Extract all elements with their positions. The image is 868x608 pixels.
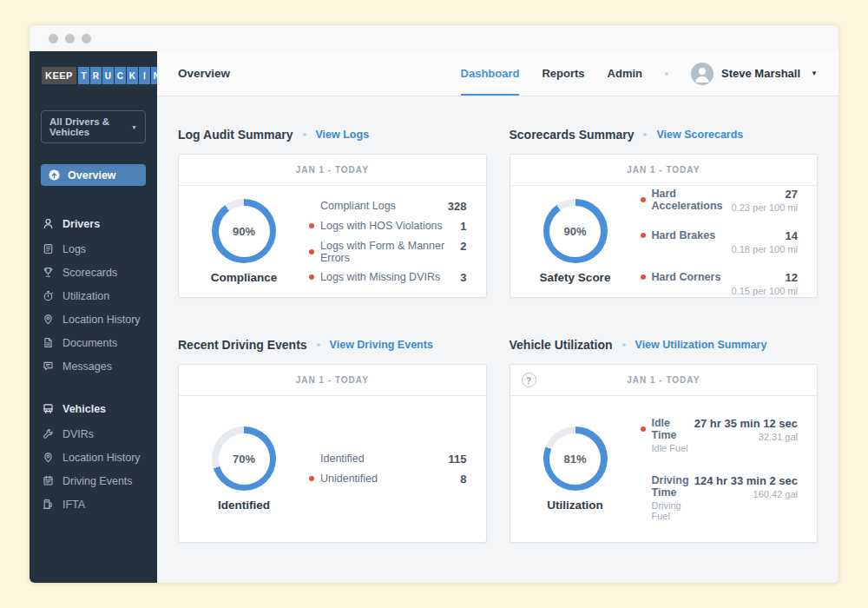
compliance-donut-chart: 90% bbox=[212, 199, 276, 263]
stat-value: 3 bbox=[460, 271, 466, 284]
stat-row: Idle Time Idle Fuel 27 hr 35 min 12 sec3… bbox=[641, 417, 799, 453]
window-control-dot[interactable] bbox=[82, 34, 91, 43]
sidebar-item-label: Scorecards bbox=[62, 267, 117, 279]
section-title: Vehicle Utilization bbox=[510, 338, 613, 352]
stat-value: 124 hr 33 min 2 sec bbox=[694, 474, 798, 487]
donut-label: Compliance bbox=[211, 271, 278, 284]
stat-value: 27 hr 35 min 12 sec bbox=[694, 417, 798, 430]
sidebar-item-utilization[interactable]: Utilization bbox=[30, 284, 157, 307]
sidebar-item-messages[interactable]: Messages bbox=[30, 354, 157, 378]
period-label: JAN 1 - TODAY bbox=[296, 375, 369, 385]
donut-percent: 81% bbox=[549, 433, 601, 485]
sidebar-item-vehicles[interactable]: Vehicles bbox=[30, 402, 157, 415]
donut-label: Safety Score bbox=[540, 271, 611, 284]
card-period-header: JAN 1 - TODAY bbox=[510, 155, 818, 186]
donut-percent: 90% bbox=[549, 206, 601, 257]
gauge-icon bbox=[48, 169, 61, 182]
stat-sub-value: 0.18 per 100 mi bbox=[732, 244, 798, 254]
identified-donut-chart: 70% bbox=[212, 426, 276, 491]
sidebar-item-label: Utilization bbox=[62, 290, 109, 302]
nav-separator-dot bbox=[665, 72, 668, 76]
stat-row: Hard Corners 120.15 per 100 mi bbox=[641, 271, 799, 296]
bullet-icon bbox=[641, 426, 646, 432]
fuel-pump-icon bbox=[42, 498, 55, 511]
sidebar-item-documents[interactable]: Documents bbox=[30, 331, 157, 354]
document-icon bbox=[42, 336, 55, 349]
stat-label: Idle Time bbox=[652, 417, 694, 441]
logo-keep-block: KEEP bbox=[42, 67, 76, 84]
sidebar-item-label: IFTA bbox=[62, 499, 85, 511]
sidebar-item-label: Location History bbox=[62, 452, 141, 464]
tab-dashboard[interactable]: Dashboard bbox=[461, 51, 520, 96]
sidebar-item-logs[interactable]: Logs bbox=[30, 237, 157, 261]
sidebar-item-label: Drivers bbox=[62, 218, 100, 230]
bullet-icon bbox=[309, 274, 314, 280]
stat-label: Logs with Missing DVIRs bbox=[320, 271, 440, 283]
stat-label: Logs with Form & Manner Errors bbox=[320, 240, 460, 264]
safety-score-donut-chart: 90% bbox=[543, 199, 608, 263]
stat-label: Hard Corners bbox=[652, 271, 721, 283]
log-audit-summary-section: Log Audit Summary View Logs JAN 1 - TODA… bbox=[178, 114, 487, 298]
donut-percent: 70% bbox=[219, 433, 270, 485]
stat-sub-value: 0.15 per 100 mi bbox=[732, 286, 798, 296]
card-period-header: ? JAN 1 - TODAY bbox=[510, 365, 818, 396]
view-logs-link[interactable]: View Logs bbox=[316, 129, 370, 141]
period-label: JAN 1 - TODAY bbox=[296, 165, 369, 175]
sidebar-item-dvirs[interactable]: DVIRs bbox=[30, 422, 157, 446]
dashboard-content: Log Audit Summary View Logs JAN 1 - TODA… bbox=[157, 96, 838, 543]
stat-row: Hard Accelerations 270.23 per 100 mi bbox=[641, 188, 799, 213]
scorecards-card: JAN 1 - TODAY 90% Safety Score bbox=[510, 154, 819, 298]
stat-row: Hard Brakes 140.18 per 100 mi bbox=[641, 229, 799, 254]
view-utilization-summary-link[interactable]: View Utilization Summary bbox=[635, 339, 767, 351]
sidebar-item-label: Vehicles bbox=[62, 403, 106, 415]
window-control-dot[interactable] bbox=[49, 34, 58, 43]
stat-label: Identified bbox=[320, 453, 365, 465]
donut-label: Utilization bbox=[547, 499, 603, 512]
user-menu[interactable]: Steve Marshall ▼ bbox=[691, 63, 818, 85]
sidebar-item-overview[interactable]: Overview bbox=[41, 164, 146, 186]
utilization-card: ? JAN 1 - TODAY 81% Utilization bbox=[510, 364, 819, 543]
section-title: Log Audit Summary bbox=[178, 128, 293, 142]
keeptruckin-logo: KEEP T R U C K I N bbox=[42, 67, 147, 84]
app-window: KEEP T R U C K I N All Drivers & Vehicle… bbox=[29, 24, 839, 584]
stat-sub-value: 0.23 per 100 mi bbox=[732, 202, 798, 213]
sidebar-item-label: Overview bbox=[68, 169, 116, 182]
sidebar-item-label: Driving Events bbox=[62, 475, 133, 487]
sidebar-item-drivers[interactable]: Drivers bbox=[30, 217, 157, 230]
title-separator-dot bbox=[317, 343, 320, 347]
question-icon[interactable]: ? bbox=[522, 373, 536, 387]
stat-value: 115 bbox=[449, 453, 467, 466]
window-control-dot[interactable] bbox=[65, 34, 75, 43]
user-name: Steve Marshall bbox=[721, 67, 800, 80]
bullet-icon bbox=[309, 249, 314, 254]
stat-row: Driving Time Driving Fuel 124 hr 33 min … bbox=[641, 474, 799, 521]
section-title: Scorecards Summary bbox=[510, 128, 635, 142]
title-separator-dot bbox=[303, 133, 306, 136]
sidebar-item-location-history-vehicles[interactable]: Location History bbox=[30, 446, 157, 469]
chat-icon bbox=[42, 360, 55, 373]
drivers-vehicles-filter-dropdown[interactable]: All Drivers & Vehicles ▼ bbox=[41, 110, 146, 143]
truck-icon bbox=[42, 402, 55, 415]
tab-admin[interactable]: Admin bbox=[608, 51, 642, 96]
main-area: Overview Dashboard Reports Admin Stev bbox=[157, 51, 838, 584]
sidebar: KEEP T R U C K I N All Drivers & Vehicle… bbox=[30, 51, 157, 584]
sidebar-item-ifta[interactable]: IFTA bbox=[30, 492, 157, 516]
filter-label: All Drivers & Vehicles bbox=[49, 116, 131, 137]
map-pin-icon bbox=[42, 451, 55, 464]
sidebar-item-scorecards[interactable]: Scorecards bbox=[30, 261, 157, 284]
recent-driving-events-section: Recent Driving Events View Driving Event… bbox=[178, 298, 487, 543]
sidebar-item-driving-events[interactable]: Driving Events bbox=[30, 469, 157, 492]
window-titlebar bbox=[30, 25, 838, 51]
stat-row: Compliant Logs 328 bbox=[309, 200, 467, 213]
caret-down-icon: ▼ bbox=[131, 124, 137, 130]
view-scorecards-link[interactable]: View Scorecards bbox=[656, 129, 743, 141]
sidebar-item-label: Documents bbox=[62, 337, 117, 349]
person-icon bbox=[42, 217, 55, 230]
person-icon bbox=[691, 63, 713, 85]
sidebar-item-location-history-drivers[interactable]: Location History bbox=[30, 307, 157, 331]
main-header: Overview Dashboard Reports Admin Stev bbox=[157, 51, 838, 96]
view-driving-events-link[interactable]: View Driving Events bbox=[330, 339, 433, 351]
stat-value: 12 bbox=[786, 271, 798, 284]
tab-reports[interactable]: Reports bbox=[542, 51, 584, 96]
log-audit-card: JAN 1 - TODAY 90% Compliance bbox=[178, 154, 487, 298]
